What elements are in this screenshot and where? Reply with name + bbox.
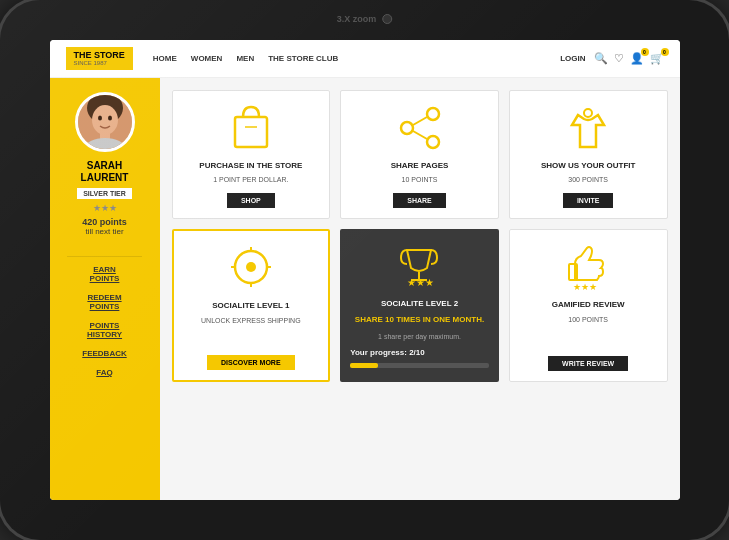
nav-store-club[interactable]: THE STORE CLUB xyxy=(268,54,338,63)
header: THE STORE SINCE 1987 HOME WOMEN MEN THE … xyxy=(50,40,680,78)
cart-badge: 0 xyxy=(661,48,669,56)
card-outfit-icon xyxy=(563,103,613,153)
nav-home[interactable]: HOME xyxy=(153,54,177,63)
svg-point-11 xyxy=(427,136,439,148)
points-sub: till next tier xyxy=(85,227,123,236)
card-socialite2: ★★★ SOCIALITE LEVEL 2 SHARE 10 TIMES IN … xyxy=(340,229,499,382)
sidebar-item-earn-points[interactable]: EARNPOINTS xyxy=(90,265,120,283)
tier-badge: SILVER TIER xyxy=(77,188,132,199)
sidebar-item-redeem-points[interactable]: REDEEMPOINTS xyxy=(87,293,121,311)
card-share: SHARE PAGES 10 POINTS SHARE xyxy=(340,90,499,219)
svg-point-6 xyxy=(108,116,112,121)
sidebar-divider xyxy=(67,256,142,257)
card-socialite2-title: SOCIALITE LEVEL 2 xyxy=(381,299,458,309)
card-purchase-subtitle: 1 POINT PER DOLLAR. xyxy=(213,175,288,185)
card-socialite1-icon xyxy=(226,243,276,293)
user-icon[interactable]: 👤0 xyxy=(630,52,644,65)
camera-lens xyxy=(382,14,392,24)
svg-text:★★★: ★★★ xyxy=(407,277,434,288)
svg-line-12 xyxy=(413,117,427,125)
sidebar-item-feedback[interactable]: FEEDBACK xyxy=(82,349,126,358)
share-button[interactable]: SHARE xyxy=(393,193,446,208)
write-review-button[interactable]: WRITE REVIEW xyxy=(548,356,628,371)
invite-button[interactable]: INVITE xyxy=(563,193,614,208)
wishlist-icon[interactable]: ♡ xyxy=(614,52,624,65)
sidebar-nav: EARNPOINTS REDEEMPOINTS POINTSHISTORY FE… xyxy=(58,265,152,377)
card-gamified-subtitle: 100 POINTS xyxy=(568,315,608,325)
discover-more-button[interactable]: DISCOVER MORE xyxy=(207,355,295,370)
card-outfit: SHOW US YOUR OUTFIT 300 POINTS INVITE xyxy=(509,90,668,219)
user-name: SARAHLAURENT xyxy=(81,160,129,184)
card-purchase: PURCHASE IN THE STORE 1 POINT PER DOLLAR… xyxy=(172,90,331,219)
card-socialite2-desc: 1 share per day maximum. xyxy=(378,333,461,340)
user-badge: 0 xyxy=(641,48,649,56)
screen: THE STORE SINCE 1987 HOME WOMEN MEN THE … xyxy=(50,40,680,500)
nav-women[interactable]: WOMEN xyxy=(191,54,223,63)
svg-point-2 xyxy=(92,105,118,135)
svg-point-9 xyxy=(401,122,413,134)
progress-bar-container xyxy=(350,363,489,368)
card-outfit-subtitle: 300 POINTS xyxy=(568,175,608,185)
card-purchase-icon xyxy=(226,103,276,153)
content-area: PURCHASE IN THE STORE 1 POINT PER DOLLAR… xyxy=(160,78,680,500)
logo-text: THE STORE xyxy=(74,51,125,61)
svg-point-10 xyxy=(427,108,439,120)
main-nav: HOME WOMEN MEN THE STORE CLUB xyxy=(153,54,560,63)
points-number: 420 points xyxy=(82,217,127,227)
card-socialite1-title: SOCIALITE LEVEL 1 xyxy=(212,301,289,311)
svg-point-16 xyxy=(246,262,256,272)
tablet-frame: 3.X zoom THE STORE SINCE 1987 HOME WOMEN… xyxy=(0,0,729,540)
card-socialite1: SOCIALITE LEVEL 1 UNLOCK EXPRESS SHIPPIN… xyxy=(172,229,331,382)
progress-bar-fill xyxy=(350,363,378,368)
card-socialite1-subtitle: UNLOCK EXPRESS SHIPPING xyxy=(201,316,301,326)
cart-icon[interactable]: 🛒0 xyxy=(650,52,664,65)
logo-sub: SINCE 1987 xyxy=(74,60,125,66)
card-purchase-title: PURCHASE IN THE STORE xyxy=(199,161,302,171)
sidebar-item-points-history[interactable]: POINTSHISTORY xyxy=(87,321,122,339)
sidebar: SARAHLAURENT SILVER TIER ★★★ 420 points … xyxy=(50,78,160,500)
login-link[interactable]: LOGIN xyxy=(560,54,585,63)
logo: THE STORE SINCE 1987 xyxy=(66,47,133,71)
card-gamified: ★★★ GAMIFIED REVIEW 100 POINTS WRITE REV… xyxy=(509,229,668,382)
zoom-label: 3.X zoom xyxy=(337,14,377,24)
camera-area: 3.X zoom xyxy=(337,14,393,24)
card-socialite2-icon: ★★★ xyxy=(394,241,444,291)
card-share-title: SHARE PAGES xyxy=(391,161,449,171)
avatar-image xyxy=(78,92,132,152)
progress-label: Your progress: 2/10 xyxy=(350,348,425,357)
main-content: SARAHLAURENT SILVER TIER ★★★ 420 points … xyxy=(50,78,680,500)
card-gamified-icon: ★★★ xyxy=(563,242,613,292)
search-icon[interactable]: 🔍 xyxy=(594,52,608,65)
svg-point-14 xyxy=(584,109,592,117)
svg-line-13 xyxy=(413,131,427,139)
card-gamified-title: GAMIFIED REVIEW xyxy=(552,300,625,310)
star-rating: ★★★ xyxy=(93,203,117,213)
points-info: 420 points till next tier xyxy=(82,217,127,236)
sidebar-item-faq[interactable]: FAQ xyxy=(96,368,112,377)
svg-point-5 xyxy=(98,116,102,121)
card-share-subtitle: 10 POINTS xyxy=(402,175,438,185)
shop-button[interactable]: SHOP xyxy=(227,193,275,208)
card-socialite2-subtitle: SHARE 10 TIMES IN ONE MONTH. xyxy=(355,314,484,325)
svg-text:★★★: ★★★ xyxy=(573,282,597,292)
card-share-icon xyxy=(394,103,444,153)
header-icons: 🔍 ♡ 👤0 🛒0 xyxy=(594,52,664,65)
cards-grid: PURCHASE IN THE STORE 1 POINT PER DOLLAR… xyxy=(172,90,668,382)
nav-men[interactable]: MEN xyxy=(236,54,254,63)
svg-rect-7 xyxy=(235,117,267,147)
card-outfit-title: SHOW US YOUR OUTFIT xyxy=(541,161,636,171)
header-right: LOGIN 🔍 ♡ 👤0 🛒0 xyxy=(560,52,663,65)
avatar xyxy=(75,92,135,152)
